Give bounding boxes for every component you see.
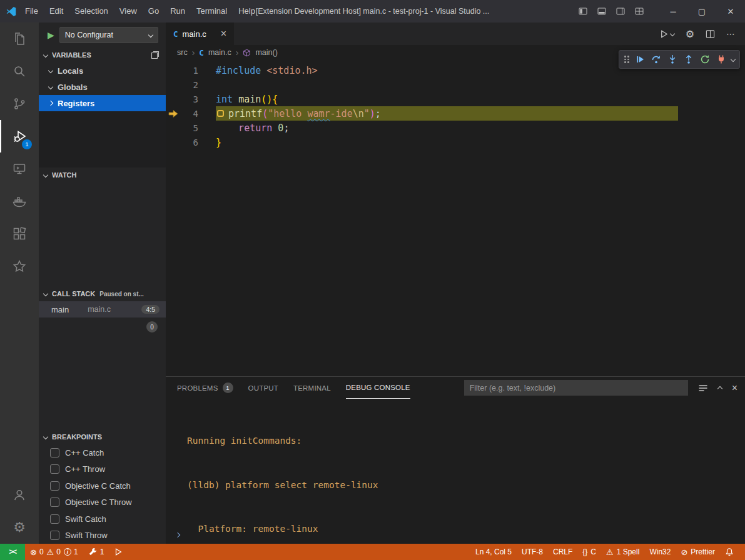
activity-extensions[interactable] [0, 218, 39, 250]
symbol-method-icon [243, 49, 251, 57]
line-number: 6 [181, 138, 198, 148]
step-out-button[interactable] [681, 51, 697, 68]
activity-search[interactable] [0, 55, 39, 88]
vscode-logo-icon [6, 6, 17, 17]
star-icon [12, 259, 27, 274]
run-or-debug-button[interactable] [659, 29, 674, 39]
code-line-current[interactable]: 4 printf("hello wamr-ide\n"); [166, 106, 745, 121]
checkbox[interactable] [50, 448, 59, 458]
remote-indicator[interactable]: >< [0, 544, 25, 560]
close-tab-icon[interactable]: × [221, 29, 226, 39]
checkbox[interactable] [50, 514, 59, 524]
breakpoint-objc-throw[interactable]: Objective C Throw [39, 494, 166, 511]
settings-button[interactable]: ⚙ [0, 511, 39, 544]
watch-section-header[interactable]: WATCH [39, 168, 166, 182]
checkbox[interactable] [50, 464, 59, 474]
code-line[interactable]: 3 int main(){ [166, 92, 745, 106]
tools-status[interactable]: 1 [83, 544, 109, 560]
menu-selection[interactable]: Selection [69, 0, 113, 22]
tab-debug-console[interactable]: DEBUG CONSOLE [346, 377, 410, 399]
console-input-row[interactable] [176, 529, 180, 539]
toggle-panel-icon[interactable] [597, 7, 606, 16]
activity-explorer[interactable] [0, 22, 39, 55]
activity-run-debug[interactable]: 1 [0, 120, 39, 152]
activity-source-control[interactable] [0, 88, 39, 120]
debug-config-label: No Configurat [65, 31, 113, 39]
tab-output[interactable]: OUTPUT [248, 377, 278, 399]
variables-scope-registers[interactable]: Registers [39, 95, 166, 111]
split-editor-icon[interactable] [706, 29, 715, 39]
tab-problems[interactable]: PROBLEMS 1 [177, 377, 233, 399]
code-line[interactable]: 5 return 0; [166, 121, 745, 135]
checkbox[interactable] [50, 498, 59, 507]
variables-scope-globals[interactable]: Globals [39, 79, 166, 95]
variables-body [39, 111, 166, 168]
call-stack-section-header[interactable]: CALL STACK Paused on st... [39, 286, 166, 301]
menu-file[interactable]: File [19, 0, 44, 22]
minimize-button[interactable]: ─ [659, 0, 687, 22]
console-line: (lldb) platform select remote-linux [187, 478, 745, 493]
chevron-down-icon [669, 31, 674, 36]
breadcrumb-symbol[interactable]: main() [255, 48, 277, 57]
code-line[interactable]: 6 } [166, 135, 745, 149]
debug-sidebar: ▶ No Configurat VARIABLES Locals Globals… [39, 22, 166, 544]
menu-terminal[interactable]: Terminal [191, 0, 233, 22]
breakpoint-cpp-catch[interactable]: C++ Catch [39, 444, 166, 461]
start-debug-icon[interactable]: ▶ [48, 30, 54, 40]
debug-session-badge: 1 [22, 139, 32, 149]
menu-view[interactable]: View [114, 0, 143, 22]
call-stack-frame[interactable]: main main.c 4:5 [39, 301, 166, 318]
activity-favorites[interactable] [0, 250, 39, 282]
problems-status[interactable]: ⊗0 ⚠0 i1 [25, 544, 83, 560]
debug-settings-gear-icon[interactable]: ⚙ [686, 28, 694, 40]
code-line[interactable]: 2 [166, 78, 745, 92]
inline-breakpoint-marker[interactable] [217, 110, 224, 117]
breakpoint-swift-catch[interactable]: Swift Catch [39, 511, 166, 528]
breakpoints-section-header[interactable]: BREAKPOINTS [39, 429, 166, 444]
tab-terminal[interactable]: TERMINAL [293, 377, 331, 399]
filter-lines-icon[interactable] [698, 383, 708, 393]
breadcrumb-folder[interactable]: src [177, 48, 188, 57]
tab-main-c[interactable]: C main.c × [166, 22, 234, 45]
customize-layout-icon[interactable] [635, 7, 644, 16]
menu-edit[interactable]: Edit [44, 0, 69, 22]
step-over-button[interactable] [648, 51, 664, 68]
toggle-secondary-sidebar-icon[interactable] [616, 7, 625, 16]
variables-scope-locals[interactable]: Locals [39, 62, 166, 79]
stop-options-chevron-icon[interactable] [729, 58, 737, 61]
step-into-button[interactable] [664, 51, 681, 68]
variables-section-header[interactable]: VARIABLES [39, 48, 166, 62]
menu-run[interactable]: Run [165, 0, 191, 22]
account-button[interactable] [0, 479, 39, 511]
maximize-button[interactable]: ▢ [687, 0, 716, 22]
line-number: 1 [181, 66, 198, 76]
breakpoint-swift-throw[interactable]: Swift Throw [39, 528, 166, 544]
maximize-panel-icon[interactable] [718, 383, 722, 392]
call-stack-status: Paused on st... [99, 291, 144, 298]
chevron-down-icon [43, 291, 48, 296]
console-filter-input[interactable] [464, 380, 688, 396]
drag-handle-icon[interactable] [624, 56, 629, 63]
activity-remote-explorer[interactable] [0, 152, 39, 185]
open-panel-icon[interactable] [151, 51, 160, 59]
debug-config-select[interactable]: No Configurat [59, 27, 158, 43]
restart-button[interactable] [697, 51, 713, 68]
breakpoint-objc-catch[interactable]: Objective C Catch [39, 478, 166, 494]
breakpoint-cpp-throw[interactable]: C++ Throw [39, 461, 166, 478]
current-statement-arrow-icon[interactable] [166, 109, 181, 118]
code-editor[interactable]: 1 #include <stdio.h> 2 3 int main(){ 4 p… [166, 60, 745, 376]
continue-button[interactable] [632, 51, 648, 68]
close-panel-icon[interactable]: × [732, 382, 737, 394]
checkbox[interactable] [50, 531, 59, 540]
breadcrumb-file[interactable]: main.c [208, 48, 231, 57]
activity-docker[interactable] [0, 185, 39, 218]
disconnect-button[interactable] [713, 51, 729, 68]
chevron-down-icon [148, 32, 153, 38]
close-button[interactable]: ✕ [716, 0, 745, 22]
more-actions-icon[interactable]: ⋯ [726, 29, 735, 39]
checkbox[interactable] [50, 481, 59, 491]
toggle-sidebar-icon[interactable] [579, 7, 587, 16]
debug-status[interactable] [109, 544, 128, 560]
window-title: [Extension Development Host] main.c - te… [256, 7, 490, 16]
menu-go[interactable]: Go [143, 0, 165, 22]
